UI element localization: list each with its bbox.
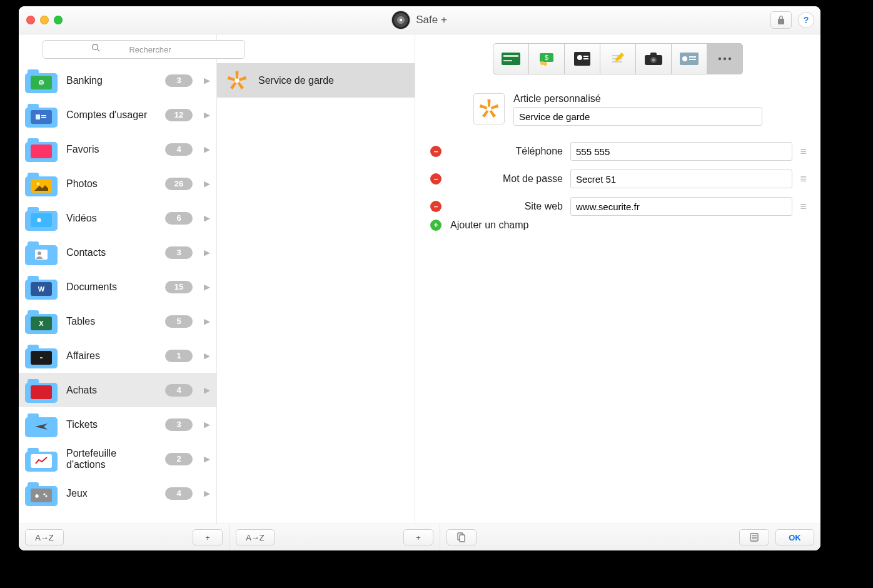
plus-icon: + <box>205 533 210 542</box>
svg-point-54 <box>487 106 491 111</box>
app-title: Safe + <box>416 14 447 26</box>
list-add-button[interactable]: + <box>403 529 433 545</box>
ok-button[interactable]: OK <box>775 529 814 545</box>
remove-field-button[interactable]: – <box>430 146 442 157</box>
list-sort-button[interactable]: A→Z <box>236 529 275 545</box>
form-icon <box>750 533 759 542</box>
field-value-input[interactable] <box>570 170 792 188</box>
svg-text:X: X <box>39 320 44 327</box>
credit-card-icon <box>502 53 520 65</box>
sidebar-item-count: 4 <box>165 487 193 500</box>
folder-icon <box>25 103 58 128</box>
chevron-right-icon: ▶ <box>204 317 210 326</box>
svg-point-25 <box>45 495 47 497</box>
svg-rect-56 <box>460 535 465 542</box>
close-window-button[interactable] <box>26 16 35 24</box>
sidebar-item-count: 4 <box>165 384 193 397</box>
type-tab-card[interactable] <box>493 43 529 74</box>
entry-title-input[interactable] <box>513 107 762 126</box>
svg-rect-49 <box>689 56 696 58</box>
svg-point-37 <box>577 55 582 60</box>
sidebar-add-button[interactable]: + <box>193 529 223 545</box>
type-tab-bank[interactable]: $ <box>528 43 565 74</box>
sidebar-item-accounts[interactable]: Comptes d'usager 12 ▶ <box>19 98 216 132</box>
sidebar-item-label: Documents <box>66 281 156 293</box>
folder-icon <box>25 240 58 265</box>
svg-point-51 <box>719 58 721 60</box>
lock-button[interactable] <box>770 11 792 29</box>
sidebar-item-label: Vidéos <box>66 213 156 224</box>
svg-point-53 <box>729 58 731 60</box>
sidebar-item-label: Favoris <box>66 144 156 155</box>
svg-rect-20 <box>39 353 44 356</box>
svg-point-10 <box>37 182 40 185</box>
sidebar-item-tickets[interactable]: Tickets 3 ▶ <box>19 407 216 442</box>
remove-field-button[interactable]: – <box>430 173 442 185</box>
svg-rect-50 <box>689 59 696 60</box>
chevron-right-icon: ▶ <box>204 76 210 85</box>
drag-handle-icon[interactable]: ≡ <box>800 145 805 158</box>
sidebar: $ Banking 3 ▶ Comptes d'usager 12 ▶ Favo… <box>19 34 217 524</box>
sidebar-item-games[interactable]: Jeux 4 ▶ <box>19 476 216 510</box>
copy-button[interactable] <box>447 529 477 545</box>
svg-point-14 <box>38 251 41 255</box>
sidebar-item-tables[interactable]: X Tables 5 ▶ <box>19 304 216 338</box>
sidebar-item-videos[interactable]: Vidéos 6 ▶ <box>19 201 216 235</box>
svg-rect-39 <box>583 58 588 59</box>
type-tab-camera[interactable] <box>635 43 672 74</box>
add-field-button[interactable]: + <box>430 220 442 231</box>
sidebar-item-portfolio[interactable]: Portefeuille d'actions 2 ▶ <box>19 442 216 476</box>
sidebar-item-count: 12 <box>165 109 193 121</box>
remove-field-button[interactable]: – <box>430 201 442 212</box>
type-tab-contact[interactable] <box>564 43 600 74</box>
title-center: Safe + <box>19 11 820 29</box>
lock-icon <box>777 15 785 25</box>
search-input[interactable] <box>43 40 245 59</box>
field-value-input[interactable] <box>570 197 792 216</box>
sidebar-item-banking[interactable]: $ Banking 3 ▶ <box>19 63 216 98</box>
camera-icon <box>645 53 662 65</box>
entry-icon[interactable] <box>473 93 505 124</box>
folder-icon <box>25 378 58 403</box>
sidebar-item-business[interactable]: Affaires 1 ▶ <box>19 338 216 373</box>
svg-text:$: $ <box>40 80 43 86</box>
help-icon: ? <box>804 15 809 25</box>
list-item[interactable]: Service de garde <box>217 63 415 98</box>
zoom-window-button[interactable] <box>54 16 63 24</box>
sidebar-item-photos[interactable]: Photos 26 ▶ <box>19 166 216 201</box>
type-tab-license[interactable] <box>671 43 707 74</box>
drag-handle-icon[interactable]: ≡ <box>800 173 805 186</box>
svg-point-46 <box>652 59 655 62</box>
minimize-window-button[interactable] <box>40 16 49 24</box>
sidebar-sort-button[interactable]: A→Z <box>25 529 64 545</box>
field-row: – Site web ≡ <box>430 197 805 216</box>
banknotes-icon: $ <box>537 52 556 66</box>
window-controls <box>26 16 63 24</box>
field-label: Site web <box>449 201 563 212</box>
sidebar-item-count: 15 <box>165 281 193 293</box>
asterisk-icon <box>478 98 500 119</box>
sidebar-item-label: Banking <box>66 75 156 86</box>
detail-pane: $ <box>415 34 820 524</box>
type-tab-custom[interactable] <box>707 43 743 74</box>
svg-point-28 <box>235 78 239 83</box>
sidebar-item-shopping[interactable]: Achats 4 ▶ <box>19 373 216 407</box>
more-icon <box>717 56 732 61</box>
safe-dial-icon <box>392 11 410 29</box>
sidebar-item-documents[interactable]: W Documents 15 ▶ <box>19 270 216 304</box>
svg-rect-19 <box>34 355 48 363</box>
sidebar-item-contacts[interactable]: Contacts 3 ▶ <box>19 235 216 270</box>
type-tab-note[interactable] <box>600 43 636 74</box>
chevron-right-icon: ▶ <box>204 454 210 464</box>
drag-handle-icon[interactable]: ≡ <box>800 200 805 213</box>
form-view-button[interactable] <box>739 529 769 545</box>
svg-point-34 <box>540 61 544 65</box>
help-button[interactable]: ? <box>798 12 814 28</box>
sidebar-item-label: Achats <box>66 385 156 396</box>
svg-rect-31 <box>503 60 512 61</box>
svg-rect-8 <box>41 117 46 118</box>
svg-rect-44 <box>650 53 657 56</box>
field-value-input[interactable] <box>570 142 792 161</box>
field-label: Mot de passe <box>449 173 563 185</box>
sidebar-item-favorites[interactable]: Favoris 4 ▶ <box>19 132 216 166</box>
